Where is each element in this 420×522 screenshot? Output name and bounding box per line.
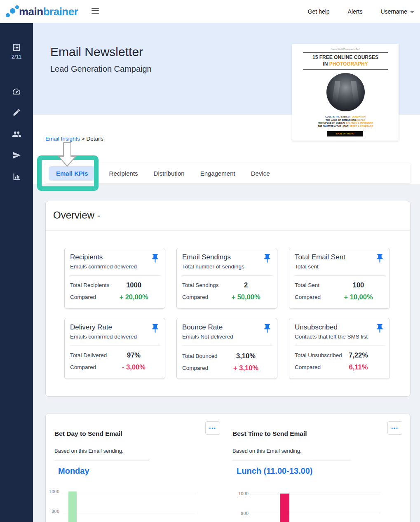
- tab-engagement[interactable]: Engagement: [200, 170, 235, 177]
- kpi-card-recipients: Recipients Emails confirmed delivered To…: [64, 248, 165, 309]
- kpi-row-value: + 3,10%: [222, 364, 270, 372]
- best-send-card: Bet Day to Send Email ••• Based on this …: [45, 414, 411, 522]
- preview-bullet: COVERS THE BASICS: FOUNDATION: [292, 115, 399, 119]
- main-content: Email Newsletter Lead Generation Campaig…: [33, 23, 420, 522]
- preview-headline-2-prefix: IN: [323, 61, 329, 67]
- send-icon: [12, 151, 21, 160]
- preview-preheader: Happy World Photography Day!: [292, 48, 399, 50]
- y-tick-800: 800: [235, 511, 249, 516]
- kpi-divider: [295, 275, 385, 276]
- email-preview-thumbnail[interactable]: Happy World Photography Day! 15 FREE ONL…: [292, 44, 399, 141]
- kpi-divider: [295, 346, 385, 346]
- kpi-divider: [70, 275, 160, 276]
- kpi-row-label: Compared: [70, 294, 96, 300]
- kpi-row-value: 2: [222, 281, 270, 289]
- kpi-row-value: 97%: [110, 351, 157, 359]
- kpi-row-label: Compared: [295, 364, 321, 370]
- gridline: [250, 514, 380, 514]
- sidebar-item-insights[interactable]: [0, 172, 33, 181]
- kpi-row-label: Total Delivered: [70, 352, 107, 358]
- tab-recipients[interactable]: Recipients: [109, 170, 138, 177]
- kpi-row-value: 100: [335, 281, 382, 289]
- brand-word-accent: brainer: [43, 5, 78, 18]
- kpi-card-total-email-sent: Total Email Sent Total sent Total Sent 1…: [289, 248, 390, 309]
- kpi-subtitle: Emails confirmed delivered: [70, 334, 137, 340]
- kpi-title: Total Email Sent: [295, 253, 345, 261]
- kpi-row-value: + 10,00%: [335, 293, 382, 301]
- get-help-link[interactable]: Get help: [308, 8, 330, 15]
- overview-divider: [46, 230, 410, 231]
- pin-icon[interactable]: [262, 253, 272, 263]
- list-icon: [12, 43, 21, 52]
- brand-word-main: main: [19, 5, 43, 18]
- kpi-subtitle: Emails confirmed delivered: [70, 263, 137, 270]
- kpi-subtitle: Contacts that left the SMS list: [295, 334, 368, 340]
- kpi-card-bounce-rate: Bounce Rate Emails Not delivered Total B…: [176, 318, 277, 379]
- pin-icon[interactable]: [375, 323, 385, 334]
- kpi-divider: [182, 346, 272, 346]
- breadcrumb: Email Insights > Details: [45, 136, 103, 142]
- preview-bullet-list: COVERS THE BASICS: FOUNDATION THE LAWS O…: [292, 115, 399, 128]
- kpi-divider: [70, 346, 160, 346]
- kpi-divider: [182, 275, 272, 276]
- kpi-row-value: - 3,00%: [110, 363, 157, 371]
- preview-headline-1: 15 FREE ONLINE COURSES: [292, 54, 399, 60]
- sidebar-item-dashboard[interactable]: [0, 87, 33, 96]
- preview-signup-button: SIGN UP HERE: [327, 131, 363, 136]
- pin-icon[interactable]: [150, 323, 160, 334]
- sidebar-item-pages[interactable]: 2/11: [0, 43, 33, 60]
- page-title: Email Newsletter: [50, 45, 143, 59]
- kpi-card-delivery-rate: Delivery Rate Emails confirmed delivered…: [64, 318, 165, 379]
- chart-bar: [280, 494, 289, 522]
- preview-rule-bottom: [303, 69, 388, 70]
- username-dropdown[interactable]: Username: [380, 8, 414, 15]
- preview-headline-2: IN PHOTOGRAPHY: [292, 61, 399, 67]
- preview-bullet: THE SHUTTER & THE LIGHT: SPEED & COVERAG…: [292, 125, 399, 128]
- tab-distribution[interactable]: Distribution: [154, 170, 185, 177]
- kpi-row-value: 7,22%: [335, 351, 382, 359]
- preview-headline-2-accent: PHOTOGRAPHY: [329, 61, 368, 67]
- dashboard-gauge-icon: [12, 87, 21, 96]
- kpi-card-email-sendings: Email Sendings Total number of sendings …: [176, 248, 277, 309]
- hamburger-menu-icon[interactable]: [92, 8, 99, 14]
- tab-bar: Email KPIs Recipients Distribution Engag…: [45, 163, 411, 183]
- chevron-down-icon: [410, 11, 414, 13]
- breadcrumb-email-insights-link[interactable]: Email Insights: [45, 136, 80, 142]
- alerts-link[interactable]: Alerts: [348, 8, 363, 15]
- sidebar-item-campaigns[interactable]: [0, 151, 33, 160]
- preview-bullet: PRINCIPLES OF DESIGN: BALANCE & MOVEMENT: [292, 122, 399, 125]
- breadcrumb-separator: >: [82, 136, 85, 142]
- sidebar: 2/11: [0, 23, 33, 522]
- preview-rule-top: [303, 52, 388, 53]
- bar-chart-icon: [12, 172, 21, 181]
- best-time-chart: 1000 800: [46, 414, 411, 522]
- y-tick-1000: 1000: [235, 491, 249, 496]
- tab-email-kpis[interactable]: Email KPIs: [49, 166, 96, 181]
- kpi-row-value: 6,11%: [335, 363, 382, 371]
- kpi-row-label: Total Sendings: [182, 282, 219, 288]
- kpi-row-value: 3,10%: [222, 352, 270, 360]
- pin-icon[interactable]: [150, 253, 160, 263]
- kpi-subtitle: Total number of sendings: [182, 263, 244, 270]
- users-icon: [12, 129, 21, 139]
- breadcrumb-current: Details: [86, 136, 103, 142]
- kpi-row-value: + 50,00%: [222, 293, 270, 301]
- kpi-title: Unsubscribed: [295, 323, 338, 332]
- kpi-row-label: Total Sent: [295, 282, 319, 288]
- pin-icon[interactable]: [375, 253, 385, 263]
- pin-icon[interactable]: [262, 323, 272, 334]
- kpi-subtitle: Emails Not delivered: [182, 334, 233, 340]
- kpi-title: Delivery Rate: [70, 323, 112, 332]
- kpi-card-unsubscribed: Unsubscribed Contacts that left the SMS …: [289, 318, 390, 379]
- sidebar-item-edit[interactable]: [0, 108, 33, 117]
- kpi-title: Email Sendings: [182, 253, 231, 261]
- gridline: [250, 494, 380, 494]
- brand-logo-icon: [5, 4, 19, 19]
- overview-card: Overview - Recipients Emails confirmed d…: [45, 201, 411, 397]
- app-window: mainbrainer Get help Alerts Username 2/1…: [0, 0, 420, 522]
- sidebar-item-contacts[interactable]: [0, 129, 33, 139]
- page-subtitle: Lead Generation Campaign: [50, 64, 152, 74]
- preview-photo: [326, 73, 365, 111]
- brand-logo[interactable]: mainbrainer: [5, 3, 78, 20]
- tab-device[interactable]: Device: [251, 170, 270, 177]
